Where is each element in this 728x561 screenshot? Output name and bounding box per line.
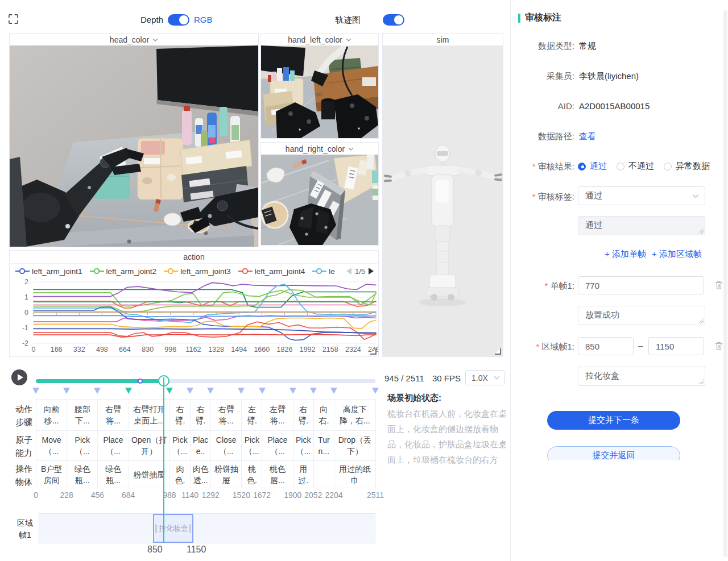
delete-region-frame-icon[interactable] <box>714 341 723 353</box>
step-column[interactable]: 向前移...Move（...B户型房间 <box>36 400 67 488</box>
step-marker[interactable] <box>372 388 379 394</box>
submit-next-button[interactable]: 提交并下一条 <box>547 411 680 430</box>
legend-item[interactable]: left_arm_joint2 <box>90 267 157 276</box>
chevron-down-icon <box>346 38 351 41</box>
radio-option[interactable]: 异常数据 <box>664 161 710 172</box>
legend-next-icon[interactable] <box>369 268 374 275</box>
step-marker[interactable] <box>94 388 101 394</box>
radio-option[interactable]: 通过 <box>578 161 607 172</box>
legend-prev-icon[interactable] <box>346 268 351 275</box>
step-column[interactable]: 右臂.Place..肉色透... <box>191 400 211 488</box>
svg-text:2324: 2324 <box>345 346 361 354</box>
speed-select[interactable]: 1.0X <box>465 370 505 385</box>
legend-item[interactable]: left_arm_joint4 <box>238 267 305 276</box>
step-marker[interactable] <box>259 388 266 394</box>
panel-scrollbar[interactable] <box>723 10 727 557</box>
legend-marker-icon <box>164 268 178 274</box>
head-camera-title[interactable]: head_color <box>10 34 258 45</box>
review-tag-select[interactable]: 通过 <box>578 186 705 205</box>
step-marker[interactable] <box>207 388 214 394</box>
row-label-atomic-ability: 原子能力 <box>11 433 36 459</box>
add-single-frame-link[interactable]: + 添加单帧 <box>605 249 646 260</box>
submit-return-button[interactable]: 提交并返回 <box>547 446 680 460</box>
legend-item[interactable]: left_arm_joint3 <box>164 267 231 276</box>
region-frame-desc-text: 拉化妆盒 <box>585 371 619 380</box>
step-marker-active[interactable] <box>166 388 173 394</box>
panel-resize-handle[interactable] <box>495 348 501 355</box>
depth-label: Depth <box>140 15 163 24</box>
depth-rgb-toggle[interactable] <box>168 14 189 26</box>
resize-corner-icon[interactable] <box>698 228 704 234</box>
single-frame-desc[interactable]: 放置成功 <box>578 306 705 325</box>
step-column[interactable]: 右臂将...Place（...绿色瓶... <box>98 400 129 488</box>
step-marker[interactable] <box>238 388 245 394</box>
panel-resize-handle[interactable] <box>370 348 377 355</box>
timeline-slider[interactable] <box>36 379 375 383</box>
step-marker[interactable] <box>310 388 317 394</box>
resize-corner-icon[interactable] <box>698 379 704 384</box>
step-column[interactable]: 腰部下...Pick（...绿色瓶... <box>67 400 98 488</box>
step-column[interactable]: 右臂.Pick（...用过. <box>293 400 314 488</box>
hand-left-camera-panel: hand_left_color <box>260 33 379 139</box>
legend-item[interactable]: left_arm_joint1 <box>15 267 82 276</box>
step-column[interactable]: 左臂.Pick（...桃色. <box>242 400 262 488</box>
single-frame-dot[interactable] <box>138 379 143 384</box>
svg-text:664: 664 <box>119 346 131 354</box>
sim-title: sim <box>383 34 503 45</box>
svg-text:2: 2 <box>24 279 28 286</box>
step-cell-step: 右臂. <box>191 400 210 431</box>
step-column[interactable]: 右臂.Pick（...肉色. <box>170 400 191 488</box>
legend-pagination: 1/5 <box>346 267 374 276</box>
step-marker[interactable] <box>187 388 193 394</box>
delete-single-frame-icon[interactable] <box>714 280 723 292</box>
radio-option[interactable]: 不通过 <box>617 161 654 172</box>
data-path-link[interactable]: 查看 <box>579 131 596 142</box>
step-marker[interactable] <box>63 388 70 394</box>
step-marker-active[interactable] <box>125 388 132 394</box>
step-column[interactable]: 左臂将...Place（...桃色唇... <box>262 400 293 488</box>
hand-right-camera-image <box>261 155 378 245</box>
scale-label: 1520 <box>233 491 250 500</box>
legend-label: le <box>329 267 335 276</box>
row-label-objects: 操作物体 <box>11 462 36 488</box>
scale-label: 684 <box>122 491 135 500</box>
step-cell-object: 肉色透... <box>191 461 210 488</box>
region-end-input[interactable] <box>648 337 704 355</box>
step-marker[interactable] <box>330 388 337 394</box>
step-column[interactable]: 高度下降，右...Drop（丢下）用过的纸巾 <box>334 400 376 488</box>
review-tag-comment[interactable]: 通过 <box>578 216 705 235</box>
collector-value: 李轶晨(liyichen) <box>579 71 639 82</box>
hand-right-camera-title[interactable]: hand_right_color <box>261 143 378 155</box>
step-marker[interactable] <box>32 388 39 394</box>
scale-label: 1140 <box>181 491 198 500</box>
svg-text:166: 166 <box>51 346 63 354</box>
scale-label: 0 <box>34 491 38 500</box>
resize-corner-icon[interactable] <box>698 318 704 323</box>
step-column[interactable]: 右臂将...Close（...粉饼抽屉 <box>211 400 242 488</box>
svg-text:1660: 1660 <box>254 346 270 354</box>
region-start-input[interactable] <box>578 337 634 355</box>
trajectory-toggle[interactable] <box>383 14 404 26</box>
sim-panel: sim <box>382 33 503 357</box>
hand-left-camera-title[interactable]: hand_left_color <box>261 34 378 45</box>
legend-label: left_arm_joint2 <box>106 267 157 276</box>
region-frame-desc[interactable]: 拉化妆盒 <box>578 367 705 386</box>
aid-value: A2D0015AB00015 <box>579 101 650 111</box>
review-result-label: 审核结果: <box>518 161 574 172</box>
add-region-frame-link[interactable]: + 添加区域帧 <box>652 249 702 260</box>
step-marker[interactable] <box>289 388 296 394</box>
legend-item[interactable]: le <box>312 267 335 276</box>
step-column[interactable]: 向右.Turn... <box>314 400 334 488</box>
chevron-down-icon <box>494 376 500 380</box>
region-frame-segment[interactable]: 拉化妆盒 <box>153 514 193 543</box>
chevron-down-icon <box>692 194 699 198</box>
hand-left-camera-image <box>261 45 378 138</box>
fullscreen-icon[interactable] <box>8 14 19 27</box>
scene-title: 场景初始状态: <box>387 393 509 404</box>
play-button[interactable] <box>11 369 27 385</box>
step-cell-object: 用过的纸巾 <box>334 461 375 488</box>
region-frame-track[interactable]: 拉化妆盒 <box>39 513 375 543</box>
single-frame-input[interactable] <box>578 276 704 294</box>
legend-marker-icon <box>90 268 104 274</box>
region-end-label: 1150 <box>187 545 206 555</box>
